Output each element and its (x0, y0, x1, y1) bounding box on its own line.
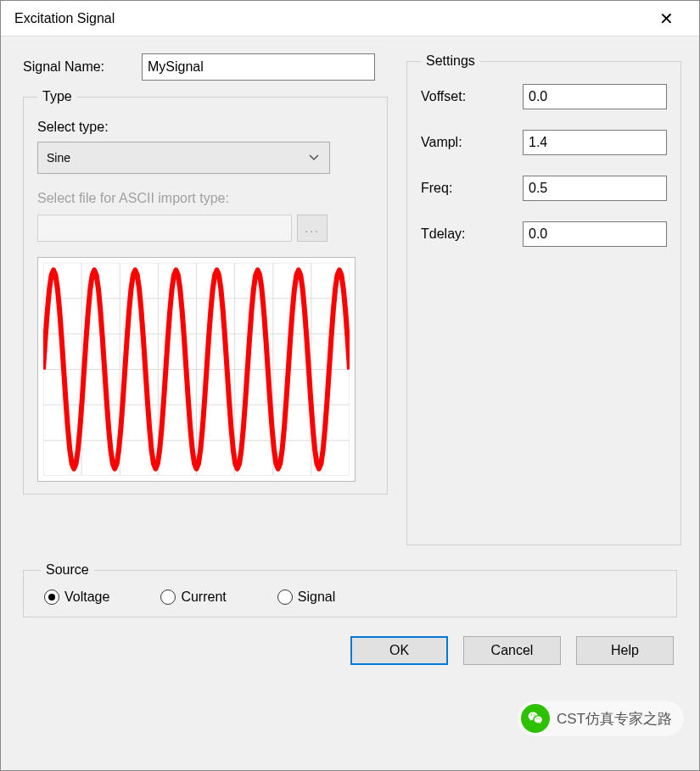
signal-preview-plot (37, 257, 356, 482)
select-type-label: Select type: (37, 120, 373, 135)
watermark-text: CST仿真专家之路 (557, 709, 672, 729)
help-button[interactable]: Help (576, 636, 674, 665)
settings-legend: Settings (421, 53, 480, 69)
source-radio-signal[interactable]: Signal (277, 589, 335, 605)
source-radio-current[interactable]: Current (160, 589, 226, 605)
radio-icon (277, 589, 293, 605)
ok-button[interactable]: OK (350, 636, 448, 665)
radio-icon (44, 589, 59, 605)
file-import-label: Select file for ASCII import type: (37, 191, 373, 206)
radio-label: Voltage (64, 589, 109, 605)
type-group: Type Select type: Sine Select file for A… (23, 89, 388, 494)
window-title: Excitation Signal (14, 11, 647, 26)
voffset-input[interactable] (523, 84, 667, 109)
settings-group: Settings Voffset: Vampl: Freq: Tdel (406, 53, 681, 545)
type-select-value: Sine (47, 151, 70, 165)
radio-label: Current (181, 589, 226, 605)
title-bar: Excitation Signal ✕ (1, 1, 699, 36)
tdelay-input[interactable] (523, 221, 667, 247)
signal-name-input[interactable] (142, 53, 375, 81)
tdelay-label: Tdelay: (421, 226, 523, 242)
freq-input[interactable] (523, 176, 667, 201)
wechat-icon (521, 704, 550, 733)
watermark: CST仿真专家之路 (518, 701, 684, 736)
close-icon: ✕ (659, 8, 674, 29)
plot-svg (43, 263, 350, 476)
close-button[interactable]: ✕ (647, 1, 686, 36)
radio-label: Signal (298, 589, 335, 605)
source-group: Source Voltage Current Signal (23, 562, 677, 617)
browse-button: ... (297, 215, 328, 242)
vampl-input[interactable] (523, 130, 667, 155)
radio-icon (160, 589, 176, 605)
cancel-button[interactable]: Cancel (463, 636, 561, 665)
dialog-body: Signal Name: Type Select type: Sine Sele… (1, 36, 699, 682)
type-legend: Type (37, 89, 77, 104)
type-select[interactable]: Sine (37, 142, 330, 174)
voffset-label: Voffset: (421, 89, 523, 104)
source-legend: Source (41, 562, 94, 578)
source-radio-voltage[interactable]: Voltage (44, 589, 109, 605)
chevron-down-icon (309, 153, 319, 163)
file-path-input (37, 215, 292, 242)
freq-label: Freq: (421, 181, 523, 196)
ellipsis-icon: ... (305, 221, 320, 235)
signal-name-label: Signal Name: (23, 59, 142, 75)
vampl-label: Vampl: (421, 135, 523, 150)
dialog-window: Excitation Signal ✕ Signal Name: Type Se… (0, 0, 700, 771)
